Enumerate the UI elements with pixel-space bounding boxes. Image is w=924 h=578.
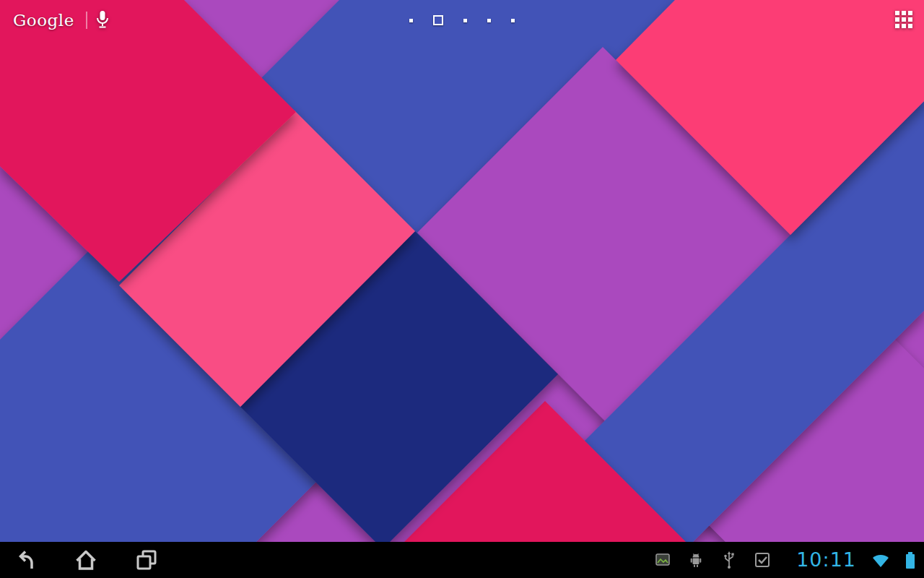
page-dot — [463, 19, 467, 22]
page-dot — [487, 19, 491, 22]
home-button[interactable] — [72, 546, 100, 574]
battery-icon — [905, 551, 915, 569]
page-dot — [409, 19, 413, 22]
system-navbar: 10:11 — [0, 542, 924, 578]
wallpaper — [0, 0, 924, 578]
recents-button[interactable] — [133, 546, 160, 574]
mic-icon[interactable] — [97, 11, 108, 30]
google-logo: Google — [13, 9, 74, 32]
recent-apps-icon — [133, 546, 160, 574]
wifi-icon — [871, 551, 891, 569]
usb-debugging-icon — [687, 551, 705, 569]
app-grid-icon — [895, 11, 912, 28]
android-home-screen: Google — [0, 0, 924, 578]
all-apps-button[interactable] — [895, 11, 912, 28]
home-icon — [72, 546, 100, 574]
nav-buttons — [0, 546, 160, 574]
screenshot-icon — [653, 551, 672, 569]
search-divider — [86, 12, 87, 29]
back-arrow-icon — [12, 546, 39, 574]
page-dot-active — [433, 15, 443, 25]
status-tray[interactable]: 10:11 — [653, 542, 924, 578]
usb-connected-icon — [720, 551, 738, 569]
home-top-bar: Google — [0, 0, 924, 40]
back-button[interactable] — [12, 546, 39, 574]
status-clock[interactable]: 10:11 — [796, 542, 856, 578]
task-complete-icon — [753, 551, 772, 569]
page-indicator — [409, 15, 515, 25]
google-search-widget[interactable]: Google — [13, 9, 108, 32]
page-dot — [511, 19, 515, 22]
